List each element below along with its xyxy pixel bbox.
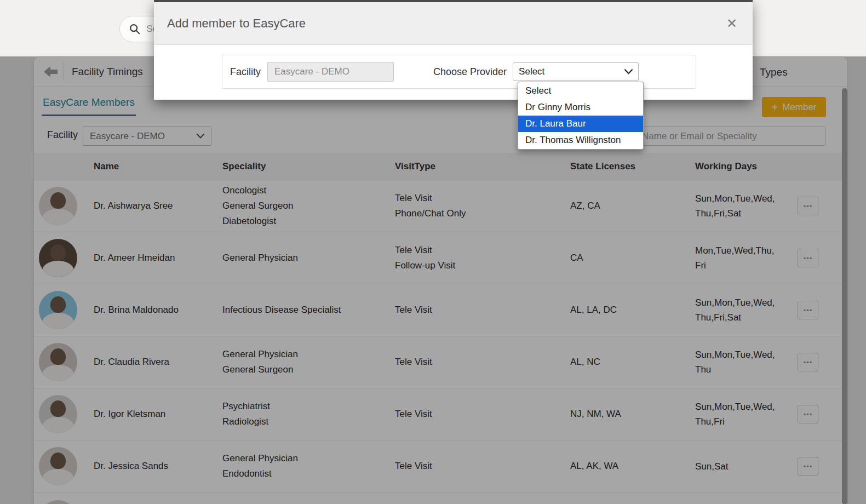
close-icon[interactable]: ✕ xyxy=(726,17,737,30)
facility-field xyxy=(267,62,394,82)
provider-option[interactable]: Dr Ginny Morris xyxy=(518,99,643,116)
modal-header: Add member to EasyCare ✕ xyxy=(154,2,753,45)
provider-dropdown-list: SelectDr Ginny MorrisDr. Laura BaurDr. T… xyxy=(518,82,644,150)
modal-title: Add member to EasyCare xyxy=(167,16,306,31)
provider-select[interactable]: Select xyxy=(513,62,639,81)
modal-backdrop[interactable] xyxy=(0,56,866,504)
provider-field-label: Choose Provider xyxy=(433,66,507,78)
provider-option[interactable]: Dr. Thomas Willignston xyxy=(518,132,643,148)
search-icon xyxy=(129,23,141,35)
chevron-down-icon xyxy=(624,69,633,75)
add-member-modal: Add member to EasyCare ✕ Facility Choose… xyxy=(154,0,753,100)
modal-body: Facility Choose Provider Select xyxy=(154,45,753,99)
provider-option[interactable]: Dr. Laura Baur xyxy=(518,116,643,132)
facility-field-label: Facility xyxy=(230,66,261,78)
provider-option[interactable]: Select xyxy=(518,83,643,99)
provider-select-value: Select xyxy=(519,66,544,77)
